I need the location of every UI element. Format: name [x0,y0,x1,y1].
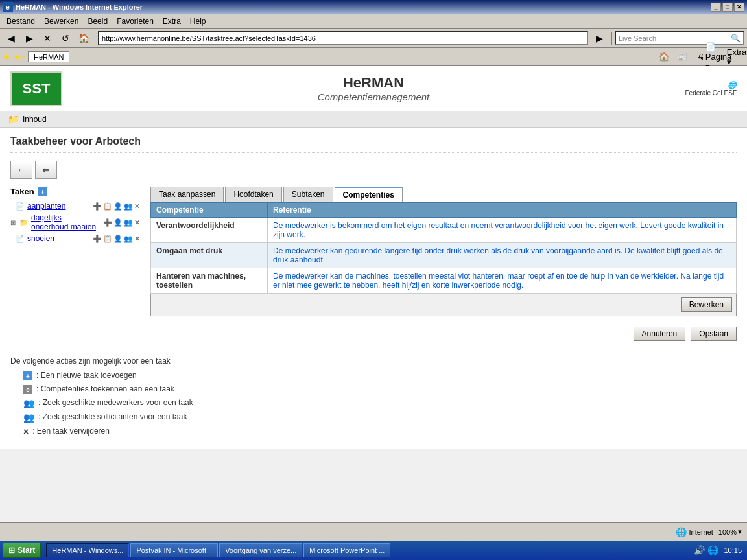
forward-btn[interactable]: ▶ [21,30,38,46]
delete-icon[interactable]: ✕ [134,202,140,211]
taskbar-item-voortgang[interactable]: Voortgang van verze... [219,543,302,557]
tree-item: 📄 snoeien ➕ 📋 👤 👥 ✕ [16,233,140,244]
add-subtask3-icon[interactable]: ➕ [93,235,102,243]
stop-btn[interactable]: ✕ [39,30,56,46]
applicant-icon[interactable]: 👥 [124,202,133,211]
help-list: + : Een nieuwe taak toevoegen c : Compet… [10,371,737,437]
back-btn[interactable]: ◀ [3,30,19,46]
tasks-label: Taken + [10,187,140,196]
task-dagelijks-link[interactable]: dagelijks onderhoud maaien [31,213,101,231]
add-subtask2-icon[interactable]: ➕ [103,218,112,227]
col-competentie: Competentie [151,203,268,218]
separator2 [611,32,612,45]
tasks-tree: Taken + 📄 aanplanten ➕ 📋 👤 👥 ✕ [10,187,140,316]
menu-extra[interactable]: Extra [159,16,185,27]
maximize-btn[interactable]: □ [722,3,733,12]
home-btn[interactable]: 🏠 [75,30,92,46]
table-row: Hanteren van machines, toestellen De med… [151,268,737,294]
close-btn[interactable]: ✕ [734,3,744,12]
worker-icon[interactable]: 👤 [113,202,123,211]
favorites-star-icon: ★ [3,52,11,62]
window-title: HeRMAN - Windows Internet Explorer [16,3,143,11]
help-item-workers: 👥 : Zoek geschikte medewerkers voor een … [23,398,737,408]
delete2-icon[interactable]: ✕ [134,218,140,227]
applicant3-icon[interactable]: 👥 [124,235,133,243]
menu-bestand[interactable]: Bestand [3,16,39,27]
worker2-icon[interactable]: 👤 [113,218,123,227]
tasks-section: Taken + 📄 aanplanten ➕ 📋 👤 👥 ✕ [10,187,737,316]
delete3-icon[interactable]: ✕ [134,235,140,243]
help-section: De volgende acties zijn mogelijk voor ee… [0,349,747,449]
menu-beeld[interactable]: Beeld [84,16,112,27]
menu-favorieten[interactable]: Favorieten [113,16,158,27]
worker3-icon[interactable]: 👤 [113,235,123,243]
tab-competenties[interactable]: Competenties [335,187,403,202]
add-subtask-icon[interactable]: ➕ [93,202,102,211]
bewerken-button[interactable]: Bewerken [681,298,732,312]
menu-help[interactable]: Help [186,16,210,27]
app-title-center: HeRMAN Competentiemanagement [318,75,430,102]
copy3-icon[interactable]: 📋 [103,235,112,243]
esf-label: Federale Cel ESF [685,89,737,97]
content-wrapper: 📁 Inhoud Taakbeheer voor Arbotech ← ⇐ Ta… [0,111,747,522]
task-snoeien-link[interactable]: snoeien [27,234,54,243]
start-icon: ⊞ [8,546,15,555]
refresh-btn[interactable]: ↺ [57,30,74,46]
start-button[interactable]: ⊞ Start [3,542,41,558]
expand-icon[interactable]: ⊞ [10,219,16,226]
zoom-icon: ▾ [738,528,742,536]
search-placeholder: Live Search [619,34,728,42]
copy-icon[interactable]: 📋 [103,202,112,211]
main-content: SST HeRMAN Competentiemanagement 🌐 Feder… [0,66,747,522]
annuleren-button[interactable]: Annuleren [634,327,686,341]
help-delete-text: : Een taak verwijderen [32,426,110,436]
taskbar-item-powerpoint[interactable]: Microsoft PowerPoint ... [303,543,390,557]
minimize-btn[interactable]: _ [711,3,721,12]
home-icon-btn[interactable]: 🏠 [656,50,672,64]
back-button-1[interactable]: ← [10,161,32,179]
tab-hoofdtaken[interactable]: Hoofdtaken [225,187,281,202]
task-aanplanten-link[interactable]: aanplanten [27,202,65,211]
help-intro: De volgende acties zijn mogelijk voor ee… [10,356,737,366]
page-btn[interactable]: 📄 Pagina ▾ [711,50,726,64]
status-zoom: 100% ▾ [718,528,742,536]
inhoud-icon: 📁 [8,114,19,124]
app-logo: SST [10,71,62,106]
favorites-tab[interactable]: HeRMAN [28,51,69,62]
tabs-panel: Taak aanpassen Hoofdtaken Subtaken Compe… [150,187,737,316]
col-referentie: Referentie [268,203,737,218]
tab-taak-aanpassen[interactable]: Taak aanpassen [150,187,224,202]
toolbar: ◀ ▶ ✕ ↺ 🏠 http://www.hermanonline.be/SST… [0,29,747,48]
comp-name-3: Hanteren van machines, toestellen [156,272,246,290]
taskbar-item-postvak[interactable]: Postvak IN - Microsoft... [130,543,218,557]
comp-ref-1: De medewerker is bekommerd om het eigen … [273,221,724,239]
competenties-table: Competentie Referentie Verantwoordelijkh… [150,202,737,294]
address-bar[interactable]: http://www.hermanonline.be/SST/tasktree.… [98,31,588,45]
nav-buttons: ← ⇐ [10,161,737,179]
tray-icon-1: 🔊 [694,545,705,555]
tab-subtaken[interactable]: Subtaken [283,187,333,202]
table-row: Omgaan met druk De medewerker kan gedure… [151,243,737,268]
menu-bar: Bestand Bewerken Beeld Favorieten Extra … [0,14,747,29]
taskbar-item-herman[interactable]: HeRMAN - Windows... [46,543,129,557]
search-icon[interactable]: 🔍 [731,34,741,43]
help-comp-text: : Competenties toekennen aan een taak [36,384,174,393]
menu-bewerken[interactable]: Bewerken [40,16,82,27]
opslaan-button[interactable]: Opslaan [691,327,737,341]
back-button-2[interactable]: ⇐ [35,161,57,179]
app-logo-right: 🌐 Federale Cel ESF [685,81,737,97]
zoom-label: 100% [718,528,737,536]
page-title: Taakbeheer voor Arbotech [10,135,737,153]
favorites-bar: ★ ★+ HeRMAN 🏠 📰 🖨 📄 Pagina ▾ Extra ▾ [0,48,747,66]
help-applicants-text: : Zoek geschikte sollicitanten voor een … [38,412,187,421]
favorites-add-icon[interactable]: ★+ [14,52,25,62]
help-item-delete: × : Een taak verwijderen [23,426,737,437]
extra-btn[interactable]: Extra ▾ [729,50,744,64]
rss-icon-btn[interactable]: 📰 [674,50,690,64]
help-add-icon: + [23,371,32,380]
add-task-icon[interactable]: + [38,187,47,196]
applicant2-icon[interactable]: 👥 [124,218,133,227]
inhoud-bar: 📁 Inhoud [0,111,747,128]
go-btn[interactable]: ▶ [589,30,609,46]
status-bar: 🌐 Internet 100% ▾ [0,522,747,541]
